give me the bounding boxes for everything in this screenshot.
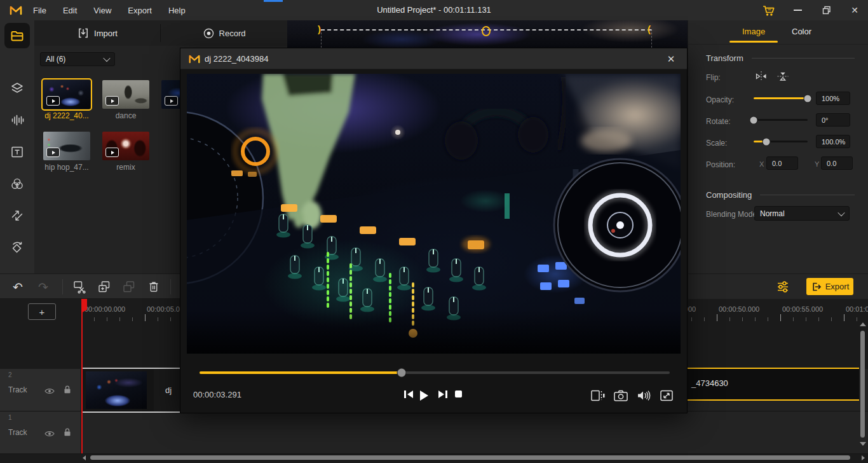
menu-help[interactable]: Help [168, 6, 186, 15]
minimize-button[interactable] [787, 0, 808, 20]
restore-button[interactable] [816, 0, 837, 20]
scroll-left-arrow[interactable] [83, 455, 86, 460]
prev-frame-button[interactable] [404, 390, 413, 398]
left-toolbar [0, 20, 35, 273]
menu-file[interactable]: File [33, 6, 46, 15]
app-logo-icon [9, 4, 23, 16]
filters-icon [10, 176, 25, 191]
position-y-label: Y [815, 160, 819, 168]
play-button[interactable] [420, 390, 428, 401]
scale-label: Scale: [706, 139, 727, 148]
properties-panel: Image Color Transform Flip: Opacity: 100… [688, 20, 868, 299]
playhead-line[interactable] [81, 299, 83, 453]
modal-close-button[interactable]: ✕ [661, 48, 681, 69]
rotate-value[interactable]: 0° [816, 113, 850, 127]
export-settings-button[interactable] [773, 278, 792, 296]
chevron-down-icon [103, 55, 110, 62]
sidebar-item-motion[interactable] [0, 233, 34, 261]
media-item-dj[interactable] [43, 80, 90, 109]
sidebar-item-transitions[interactable] [0, 202, 34, 230]
opacity-slider[interactable] [754, 97, 808, 99]
tab-image[interactable]: Image [742, 27, 765, 36]
scroll-up-arrow[interactable] [860, 322, 866, 326]
flip-label: Flip: [706, 73, 721, 82]
media-item-hiphop[interactable] [43, 132, 90, 160]
flip-horizontal-button[interactable] [754, 71, 768, 85]
flip-horizontal-icon [754, 71, 768, 82]
vertical-scroll-thumb[interactable] [860, 331, 865, 438]
stop-button[interactable] [455, 390, 462, 397]
close-button[interactable]: ✕ [844, 0, 865, 20]
volume-button[interactable] [635, 388, 652, 403]
track-lane-1[interactable] [81, 411, 868, 454]
tabs-divider [688, 44, 868, 45]
folder-icon [10, 28, 25, 43]
tab-color[interactable]: Color [792, 27, 811, 36]
export-button[interactable]: Export [806, 278, 853, 295]
horizontal-scroll-thumb[interactable] [90, 455, 850, 460]
menu-export[interactable]: Export [128, 6, 152, 15]
track-header-2: 2 Track [0, 369, 81, 411]
scale-slider[interactable] [754, 141, 808, 142]
blending-mode-select[interactable]: Normal [754, 206, 850, 221]
next-frame-button[interactable] [438, 390, 447, 398]
position-x-input[interactable]: 0.0 [766, 156, 798, 170]
playhead-handle[interactable] [81, 299, 87, 310]
menu-view[interactable]: View [93, 6, 111, 15]
sidebar-item-media[interactable] [4, 23, 30, 48]
compare-view-button[interactable] [590, 388, 606, 403]
delete-button[interactable] [146, 274, 162, 300]
track-visibility-icon[interactable] [44, 386, 55, 397]
crop-handle-center[interactable] [482, 26, 491, 36]
flip-vertical-icon [776, 71, 790, 82]
sidebar-item-layers[interactable] [0, 74, 34, 102]
duplicate-button[interactable] [96, 274, 112, 300]
scale-value[interactable]: 100.0% [816, 135, 850, 148]
copy-icon [122, 280, 136, 294]
duplicate-icon [97, 280, 111, 294]
menu-edit[interactable]: Edit [63, 6, 77, 15]
play-badge-icon [105, 148, 119, 157]
sidebar-item-audio[interactable] [0, 106, 34, 134]
panel-footer-divider [688, 273, 868, 274]
redo-button[interactable]: ↷ [35, 274, 51, 300]
crop-guide-right [651, 29, 652, 48]
preview-video[interactable] [187, 74, 681, 354]
track-visibility-icon[interactable] [44, 429, 55, 440]
track-lock-icon[interactable] [64, 427, 71, 439]
scroll-right-arrow[interactable] [862, 455, 865, 460]
media-filter-select[interactable]: All (6) [40, 52, 115, 66]
flip-vertical-button[interactable] [776, 71, 790, 85]
timeline-clip-selected[interactable]: dj [81, 368, 186, 413]
snapshot-button[interactable] [613, 388, 629, 403]
track-lock-icon[interactable] [64, 385, 71, 397]
scroll-down-arrow[interactable] [860, 442, 866, 446]
speaker-icon [636, 389, 651, 402]
cart-icon[interactable] [757, 0, 779, 20]
record-button[interactable]: Record [161, 20, 287, 46]
blending-mode-value: Normal [760, 209, 839, 218]
position-label: Position: [706, 160, 735, 169]
copy-button[interactable] [121, 274, 137, 300]
play-badge-icon [165, 96, 178, 106]
crop-guide-left [321, 29, 322, 48]
undo-button[interactable]: ↶ [10, 274, 26, 300]
playback-time: 00:00:03.291 [193, 390, 241, 399]
media-item-dance[interactable] [102, 80, 149, 109]
vertical-scrollbar[interactable] [859, 321, 867, 453]
sidebar-item-titles[interactable] [0, 138, 34, 166]
modal-header[interactable]: dj 2222_4043984 ✕ [180, 48, 687, 69]
import-button[interactable]: Import [34, 20, 160, 46]
seek-bar[interactable] [200, 371, 670, 374]
opacity-value[interactable]: 100% [816, 92, 850, 105]
split-button[interactable] [71, 274, 88, 300]
sidebar-item-filters[interactable] [0, 170, 34, 198]
crop-handle-left[interactable]: ) [318, 24, 321, 34]
rotate-slider[interactable] [754, 119, 808, 121]
fullscreen-button[interactable] [658, 388, 675, 403]
seek-handle[interactable] [398, 369, 406, 377]
media-item-remix[interactable] [102, 132, 149, 160]
crop-handle-right[interactable]: ( [648, 24, 651, 34]
horizontal-scrollbar[interactable] [81, 455, 868, 461]
position-y-input[interactable]: 0.0 [821, 156, 853, 170]
